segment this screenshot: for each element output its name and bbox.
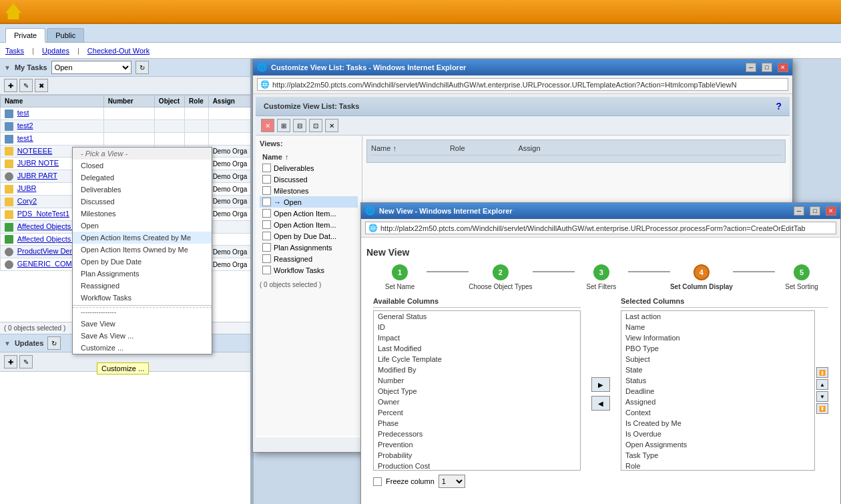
view-cb-discussed[interactable] <box>262 175 271 184</box>
browser1-minimize[interactable]: ─ <box>746 63 756 72</box>
row-name[interactable]: JUBR PART <box>17 172 57 180</box>
sel-col-item[interactable]: Last action <box>621 311 814 322</box>
sel-col-item[interactable]: PBO Type <box>621 343 814 354</box>
row-name[interactable]: JUBR <box>17 184 37 192</box>
sel-col-item[interactable]: Open Assignments <box>621 439 814 450</box>
view-workflow[interactable]: Workflow Tasks <box>260 264 358 276</box>
scroll-bottom[interactable]: ⏬ <box>816 403 828 414</box>
menu-customize[interactable]: Customize ... <box>73 342 212 354</box>
avail-col-item[interactable]: Life Cycle Template <box>374 354 580 364</box>
view-open-action2[interactable]: Open Action Item... <box>260 219 358 230</box>
mytasks-toggle[interactable]: ▼ <box>4 64 11 71</box>
row-name[interactable]: test1 <box>17 134 33 142</box>
sel-col-item[interactable]: Name <box>621 322 814 332</box>
sel-col-item[interactable]: Is Created by Me <box>621 418 814 429</box>
view-cb-oa2[interactable] <box>262 220 271 229</box>
scroll-down[interactable]: ▼ <box>816 391 828 402</box>
avail-col-item[interactable]: Last Modified <box>374 343 580 354</box>
cvl-btn4[interactable]: ⊡ <box>309 119 322 132</box>
cvl-btn5[interactable]: ✕ <box>325 119 338 132</box>
view-dropdown[interactable]: Open <box>51 61 131 74</box>
menu-milestones[interactable]: Milestones <box>73 208 212 220</box>
view-deliverables[interactable]: Deliverables <box>260 162 358 174</box>
freeze-checkbox[interactable] <box>373 477 382 486</box>
nav-tasks[interactable]: Tasks <box>5 47 24 55</box>
avail-col-item[interactable]: Impact <box>374 332 580 343</box>
view-milestones[interactable]: Milestones <box>260 185 358 196</box>
avail-col-item[interactable]: Modified By <box>374 364 580 375</box>
view-open-due[interactable]: Open by Due Dat... <box>260 230 358 242</box>
menu-reassigned[interactable]: Reassigned <box>73 280 212 292</box>
tab-private[interactable]: Private <box>5 28 45 43</box>
view-cb-oa1[interactable] <box>262 209 271 218</box>
view-cb-deliverables[interactable] <box>262 164 271 172</box>
row-name[interactable]: ProductView Demo <box>17 247 80 255</box>
scroll-up[interactable]: ▲ <box>816 379 828 390</box>
remove-col-button[interactable]: ◀ <box>591 396 610 411</box>
browser2-minimize[interactable]: ─ <box>794 206 804 216</box>
sel-col-item[interactable]: Is Overdue <box>621 429 814 439</box>
nav-updates[interactable]: Updates <box>42 47 69 55</box>
menu-discussed[interactable]: Discussed <box>73 196 212 208</box>
menu-plan-assignments[interactable]: Plan Assignments <box>73 268 212 280</box>
menu-open-due[interactable]: Open by Due Date <box>73 256 212 268</box>
menu-save-as[interactable]: Save As View ... <box>73 330 212 342</box>
view-reassigned[interactable]: Reassigned <box>260 253 358 264</box>
row-name[interactable]: PDS_NoteTest1 <box>17 210 69 218</box>
view-cb-od[interactable] <box>262 232 271 240</box>
avail-col-item[interactable]: Probability <box>374 450 580 461</box>
sel-col-item[interactable]: Role <box>621 461 814 471</box>
menu-open-action-created[interactable]: Open Action Items Created by Me <box>73 232 212 244</box>
avail-col-item[interactable]: Predecessors <box>374 429 580 439</box>
avail-col-item[interactable]: Object Type <box>374 386 580 397</box>
freeze-select[interactable]: 1 <box>439 475 465 488</box>
view-plan[interactable]: Plan Assignments <box>260 242 358 253</box>
menu-deliverables[interactable]: Deliverables <box>73 184 212 196</box>
avail-col-item[interactable]: Production Cost <box>374 461 580 471</box>
avail-col-item[interactable]: Number <box>374 375 580 386</box>
menu-workflow-tasks[interactable]: Workflow Tasks <box>73 292 212 304</box>
updates-edit[interactable]: ✎ <box>19 355 33 368</box>
view-open-action1[interactable]: Open Action Item... <box>260 208 358 219</box>
refresh-button[interactable]: ↻ <box>135 61 149 74</box>
updates-refresh[interactable]: ↻ <box>47 336 61 350</box>
selected-columns-list[interactable]: Last actionNameView InformationPBO TypeS… <box>621 310 815 471</box>
edit-button[interactable]: ✎ <box>19 79 33 92</box>
sel-col-item[interactable]: Status <box>621 375 814 386</box>
add-col-button[interactable]: ▶ <box>591 377 610 392</box>
browser1-close[interactable]: ✕ <box>778 63 788 72</box>
row-name[interactable]: test2 <box>17 121 33 130</box>
avail-col-item[interactable]: General Status <box>374 311 580 322</box>
view-cb-open[interactable] <box>262 198 271 206</box>
avail-col-item[interactable]: Phase <box>374 418 580 429</box>
row-name[interactable]: NOTEEEE <box>17 147 53 155</box>
row-name[interactable]: Cory2 <box>17 197 37 205</box>
nav-checkout[interactable]: Checked-Out Work <box>87 47 150 55</box>
home-icon[interactable] <box>5 3 21 19</box>
view-cb-workflow[interactable] <box>262 266 271 274</box>
sel-col-item[interactable]: Subject <box>621 354 814 364</box>
view-cb-plan[interactable] <box>262 243 271 252</box>
cvl-help-icon[interactable]: ? <box>776 101 782 111</box>
delete-button[interactable]: ✖ <box>35 79 48 92</box>
browser1-maximize[interactable]: □ <box>762 63 772 72</box>
view-cb-milestones[interactable] <box>262 186 271 195</box>
menu-open[interactable]: Open <box>73 220 212 232</box>
new-button[interactable]: ✚ <box>4 79 17 92</box>
sel-col-item[interactable]: State <box>621 364 814 375</box>
menu-closed[interactable]: Closed <box>73 160 212 172</box>
sel-col-item[interactable]: View Information <box>621 332 814 343</box>
avail-col-item[interactable]: Owner <box>374 397 580 407</box>
row-name[interactable]: JUBR NOTE <box>17 159 59 167</box>
browser2-maximize[interactable]: □ <box>810 206 820 216</box>
menu-open-action-owned[interactable]: Open Action Items Owned by Me <box>73 244 212 256</box>
browser2-close[interactable]: ✕ <box>826 206 836 216</box>
cvl-btn2[interactable]: ⊞ <box>277 119 290 132</box>
scroll-top[interactable]: ⏫ <box>816 367 828 378</box>
cvl-btn3[interactable]: ⊟ <box>293 119 306 132</box>
sel-col-item[interactable]: Deadline <box>621 386 814 397</box>
sel-col-item[interactable]: Task Type <box>621 450 814 461</box>
updates-table-container[interactable] <box>0 372 253 425</box>
avail-col-item[interactable]: ID <box>374 322 580 332</box>
view-discussed[interactable]: Discussed <box>260 174 358 185</box>
